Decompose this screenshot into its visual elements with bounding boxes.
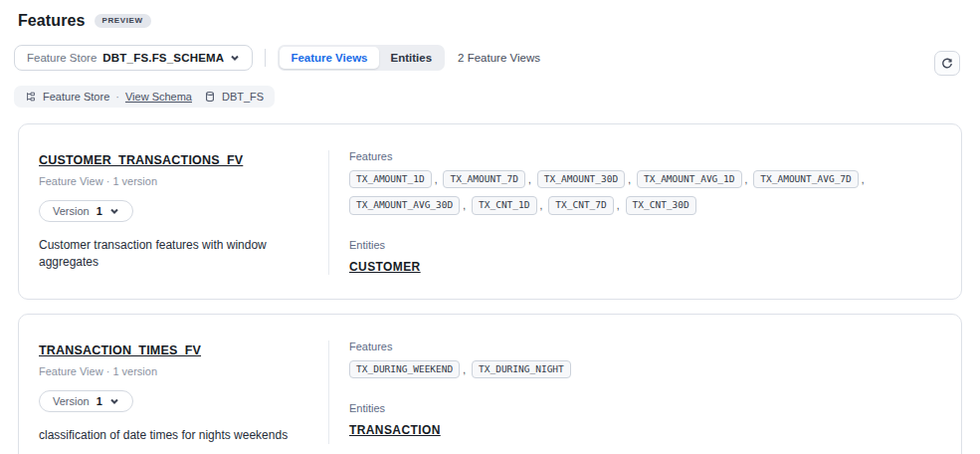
- version-dropdown-value: 1: [97, 205, 102, 217]
- feature-store-dropdown-label: Feature Store: [27, 52, 97, 64]
- feature-chip: TX_CNT_30D: [626, 196, 696, 214]
- feature-view-title-link[interactable]: CUSTOMER_TRANSACTIONS_FV: [39, 153, 243, 167]
- chip-separator: ,: [628, 174, 631, 185]
- view-tabs: Feature ViewsEntities: [278, 45, 445, 72]
- toolbar: Feature Store DBT_FS.FS_SCHEMA Feature V…: [0, 34, 980, 72]
- breadcrumb: Feature Store · View Schema DBT_FS: [14, 86, 275, 108]
- version-dropdown[interactable]: Version 1: [39, 390, 133, 412]
- chevron-down-icon: [109, 396, 119, 406]
- breadcrumb-wrap: Feature Store · View Schema DBT_FS: [0, 72, 980, 108]
- feature-view-title-link[interactable]: TRANSACTION_TIMES_FV: [39, 343, 201, 357]
- page-title: Features: [18, 12, 86, 30]
- card-summary-column: CUSTOMER_TRANSACTIONS_FV Feature View · …: [39, 150, 329, 275]
- feature-chip: TX_AMOUNT_30D: [537, 170, 625, 188]
- preview-badge: PREVIEW: [95, 14, 151, 28]
- entities-section-label: Entities: [349, 239, 941, 251]
- chip-separator: ,: [745, 174, 748, 185]
- database-icon: [204, 91, 216, 103]
- chevron-down-icon: [109, 206, 119, 216]
- chevron-down-icon: [230, 53, 240, 63]
- feature-chip: TX_AMOUNT_AVG_1D: [637, 170, 742, 188]
- features-chip-list: TX_DURING_WEEKEND,TX_DURING_NIGHT: [349, 360, 941, 378]
- feature-chip: TX_DURING_NIGHT: [472, 360, 571, 378]
- features-chip-list: TX_AMOUNT_1D,TX_AMOUNT_7D,TX_AMOUNT_30D,…: [349, 170, 941, 215]
- card-detail-column: Features TX_DURING_WEEKEND,TX_DURING_NIG…: [329, 340, 941, 444]
- feature-view-description: classification of date times for nights …: [39, 427, 305, 444]
- feature-chip: TX_AMOUNT_1D: [349, 170, 432, 188]
- tab-entities[interactable]: Entities: [380, 47, 444, 70]
- feature-view-list: CUSTOMER_TRANSACTIONS_FV Feature View · …: [0, 108, 980, 454]
- tab-feature-views[interactable]: Feature Views: [280, 47, 378, 70]
- refresh-icon: [941, 58, 953, 70]
- version-dropdown-label: Version: [53, 395, 90, 407]
- toolbar-divider: [265, 49, 266, 67]
- entity-link-list: TRANSACTION: [349, 414, 941, 438]
- feature-store-dropdown[interactable]: Feature Store DBT_FS.FS_SCHEMA: [14, 45, 253, 71]
- chip-separator: ,: [463, 364, 466, 375]
- feature-store-icon: [25, 91, 37, 103]
- feature-chip: TX_CNT_7D: [548, 196, 613, 214]
- page-header: Features PREVIEW: [0, 0, 980, 34]
- feature-chip: TX_AMOUNT_AVG_7D: [753, 170, 859, 188]
- entity-link-list: CUSTOMER: [349, 251, 941, 275]
- feature-chip: TX_AMOUNT_7D: [443, 170, 525, 188]
- chip-separator: ,: [540, 200, 543, 211]
- breadcrumb-store-text: Feature Store: [43, 91, 109, 103]
- feature-view-card: CUSTOMER_TRANSACTIONS_FV Feature View · …: [18, 123, 962, 300]
- feature-store-dropdown-value: DBT_FS.FS_SCHEMA: [102, 52, 224, 64]
- chip-separator: ,: [862, 174, 865, 185]
- chip-separator: ,: [463, 200, 466, 211]
- view-schema-link[interactable]: View Schema: [125, 91, 192, 103]
- version-dropdown-label: Version: [53, 205, 90, 217]
- refresh-button[interactable]: [934, 51, 960, 76]
- breadcrumb-separator: ·: [115, 91, 119, 103]
- feature-views-count: 2 Feature Views: [458, 52, 540, 64]
- feature-view-subtitle: Feature View · 1 version: [39, 175, 310, 187]
- feature-view-description: Customer transaction features with windo…: [39, 237, 305, 272]
- chip-separator: ,: [617, 200, 620, 211]
- entity-link[interactable]: TRANSACTION: [349, 423, 441, 437]
- version-dropdown-value: 1: [97, 395, 102, 407]
- entity-link[interactable]: CUSTOMER: [349, 260, 421, 274]
- breadcrumb-database-name: DBT_FS: [222, 91, 264, 103]
- card-detail-column: Features TX_AMOUNT_1D,TX_AMOUNT_7D,TX_AM…: [329, 150, 941, 275]
- features-section-label: Features: [349, 340, 941, 352]
- chip-separator: ,: [435, 174, 438, 185]
- chip-separator: ,: [528, 174, 531, 185]
- feature-view-card: TRANSACTION_TIMES_FV Feature View · 1 ve…: [18, 314, 962, 454]
- card-summary-column: TRANSACTION_TIMES_FV Feature View · 1 ve…: [39, 340, 329, 444]
- version-dropdown[interactable]: Version 1: [39, 200, 133, 222]
- feature-chip: TX_DURING_WEEKEND: [349, 360, 460, 378]
- features-section-label: Features: [349, 150, 941, 162]
- feature-chip: TX_AMOUNT_AVG_30D: [349, 196, 460, 214]
- feature-view-subtitle: Feature View · 1 version: [39, 365, 310, 377]
- entities-section-label: Entities: [349, 402, 941, 414]
- feature-chip: TX_CNT_1D: [472, 196, 536, 214]
